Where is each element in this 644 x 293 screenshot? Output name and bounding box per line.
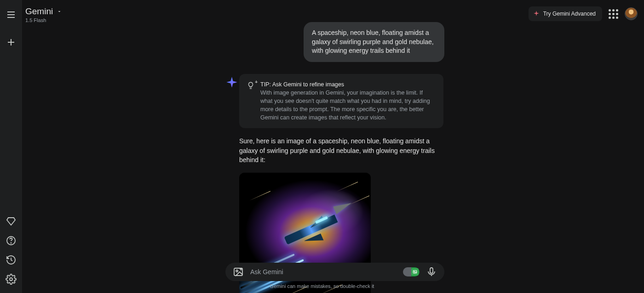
svg-point-21 [414,271,415,272]
svg-point-7 [10,278,12,281]
chevron-down-icon [57,6,62,17]
image-mode-knob [411,268,419,276]
model-switcher[interactable]: Gemini [25,6,62,17]
lightbulb-icon: + [247,81,255,122]
svg-point-17 [236,270,238,272]
try-advanced-label: Try Gemini Advanced [543,11,596,17]
svg-point-6 [11,243,12,243]
try-advanced-button[interactable]: Try Gemini Advanced [529,6,602,21]
apps-icon[interactable] [609,9,618,19]
disclaimer: Gemini can make mistakes, so double-chec… [0,283,644,289]
history-icon[interactable] [6,254,17,265]
app-title: Gemini [25,6,53,17]
tip-title: TIP: Ask Gemini to refine images [260,81,344,88]
left-rail [0,0,22,293]
spark-icon [533,10,540,18]
model-name: 1.5 Flash [25,17,62,23]
prompt-input[interactable] [250,268,397,276]
menu-icon[interactable] [6,9,17,20]
assistant-turn: + TIP: Ask Gemini to refine images With … [225,74,449,293]
assistant-text: Sure, here is an image of a spaceship, n… [239,136,443,164]
user-message: A spaceship, neon blue, floating amidst … [304,22,444,62]
chat-column: A spaceship, neon blue, floating amidst … [225,22,449,293]
composer [225,263,444,281]
new-chat-icon[interactable] [6,37,17,48]
help-icon[interactable] [6,235,17,246]
rail-bottom-group [0,216,22,285]
tip-body: With image generation in Gemini, your im… [260,90,430,121]
gem-icon[interactable] [6,216,17,227]
header-right: Try Gemini Advanced [529,6,638,21]
mic-icon[interactable] [426,266,437,277]
tip-card: + TIP: Ask Gemini to refine images With … [239,74,443,129]
header: Gemini 1.5 Flash [25,6,62,23]
account-avatar[interactable] [625,7,638,20]
tip-text: TIP: Ask Gemini to refine images With im… [260,80,436,122]
add-image-icon[interactable] [233,266,244,277]
image-mode-toggle[interactable] [403,267,420,276]
gemini-spark-icon [225,76,238,89]
svg-rect-22 [430,268,433,273]
